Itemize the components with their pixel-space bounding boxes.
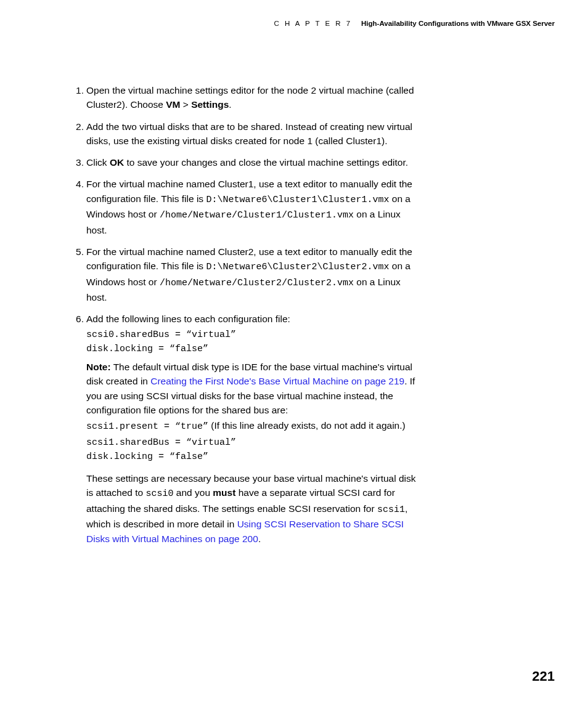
step-3: Click OK to save your changes and close … bbox=[73, 155, 420, 169]
step-2: Add the two virtual disks that are to be… bbox=[73, 120, 420, 148]
code-inline: scsi1 bbox=[377, 505, 405, 515]
code-block: scsi1.sharedBus = “virtual” disk.locking… bbox=[86, 436, 420, 465]
text: . bbox=[229, 99, 231, 110]
note-paragraph: Note: The default virtual disk type is I… bbox=[86, 360, 420, 417]
code-line: scsi1.present = “true” bbox=[86, 421, 208, 432]
text: and you bbox=[174, 487, 213, 498]
note-label: Note: bbox=[86, 362, 111, 372]
code-line-with-aside: scsi1.present = “true” (If this line alr… bbox=[86, 418, 420, 434]
text: > bbox=[180, 99, 191, 110]
emphasis-must: must bbox=[213, 487, 235, 498]
menu-settings: Settings bbox=[191, 99, 229, 110]
step-1: Open the virtual machine settings editor… bbox=[73, 83, 420, 112]
link-first-node[interactable]: Creating the First Node's Base Virtual M… bbox=[150, 376, 404, 386]
closing-paragraph: These settings are necessary because you… bbox=[73, 471, 420, 546]
page-number: 221 bbox=[532, 668, 555, 684]
menu-vm: VM bbox=[166, 99, 180, 110]
ok-label: OK bbox=[110, 157, 124, 168]
path-linux: /home/Netware/Cluster2/Cluster2.vmx bbox=[160, 278, 354, 288]
body-content: Open the virtual machine settings editor… bbox=[73, 83, 420, 546]
text: Click bbox=[86, 157, 110, 168]
text: Add the following lines to each configur… bbox=[86, 312, 420, 326]
chapter-label: C H A P T E R 7 bbox=[274, 20, 352, 27]
ordered-steps: Open the virtual machine settings editor… bbox=[73, 83, 420, 464]
text: Open the virtual machine settings editor… bbox=[86, 85, 414, 110]
code-inline: scsi0 bbox=[146, 489, 174, 499]
text: to save your changes and close the virtu… bbox=[124, 157, 408, 168]
step-4: For the virtual machine named Cluster1, … bbox=[73, 177, 420, 237]
chapter-title: High-Availability Configurations with VM… bbox=[361, 20, 555, 27]
path-windows: D:\Netware6\Cluster2\Cluster2.vmx bbox=[206, 262, 389, 272]
aside-text: (If this line already exists, do not add… bbox=[208, 420, 406, 431]
page: C H A P T E R 7 High-Availability Config… bbox=[0, 0, 588, 714]
text: Add the two virtual disks that are to be… bbox=[86, 121, 412, 146]
path-windows: D:\Netware6\Cluster1\Cluster1.vmx bbox=[206, 195, 389, 205]
path-linux: /home/Netware/Cluster1/Cluster1.vmx bbox=[160, 210, 354, 221]
code-block: scsi0.sharedBus = “virtual” disk.locking… bbox=[86, 328, 420, 357]
step-5: For the virtual machine named Cluster2, … bbox=[73, 245, 420, 305]
text: . bbox=[258, 533, 261, 544]
running-header: C H A P T E R 7 High-Availability Config… bbox=[274, 20, 555, 27]
step-6: Add the following lines to each configur… bbox=[73, 312, 420, 464]
